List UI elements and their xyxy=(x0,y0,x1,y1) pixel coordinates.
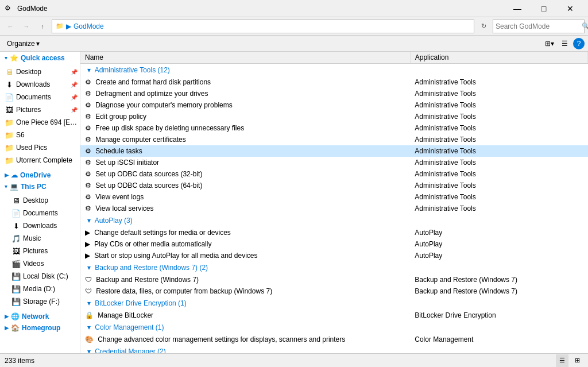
sidebar-item-label: Local Disk (C:) xyxy=(23,272,68,280)
sidebar-item-usedpics[interactable]: 📁 Used Pics xyxy=(0,141,80,154)
sidebar-item-storage[interactable]: 💾 Storage (F:) xyxy=(0,295,80,308)
view-change-button[interactable]: ⊞▾ xyxy=(543,37,556,50)
table-row[interactable]: 🔒 Manage BitLocker BitLocker Drive Encry… xyxy=(80,310,588,321)
table-row[interactable]: 🛡 Backup and Restore (Windows 7) Backup … xyxy=(80,274,588,285)
list-view-button[interactable]: ☰ xyxy=(556,354,568,367)
maximize-button[interactable]: □ xyxy=(531,0,557,17)
sidebar-item-videos-pc[interactable]: 🎬 Videos xyxy=(0,257,80,270)
sidebar-item-documents-qa[interactable]: 📄 Documents 📌 xyxy=(0,91,80,103)
sidebar-item-downloads-qa[interactable]: ⬇ Downloads 📌 xyxy=(0,78,80,91)
file-icon: 🎨 xyxy=(85,335,94,343)
sidebar-item-localdisk[interactable]: 💾 Local Disk (C:) xyxy=(0,270,80,283)
pane-button[interactable]: ☰ xyxy=(558,37,571,50)
table-row[interactable]: ⚙ Diagnose your computer's memory proble… xyxy=(80,99,588,111)
back-button[interactable]: ← xyxy=(3,20,17,33)
sidebar-item-label: Storage (F:) xyxy=(23,298,60,306)
forward-button[interactable]: → xyxy=(20,20,33,33)
section-header-row: ▾ Backup and Restore (Windows 7) (2) xyxy=(80,261,588,274)
sidebar-item-pictures-pc[interactable]: 🖼 Pictures xyxy=(0,245,80,257)
quick-access-header[interactable]: ▾ ⭐ Quick access xyxy=(0,52,80,63)
section-header[interactable]: ▾ BitLocker Drive Encryption (1) xyxy=(83,297,191,310)
file-app: Administrative Tools xyxy=(415,147,476,155)
sidebar-item-utorrent[interactable]: 📁 Utorrent Complete xyxy=(0,154,80,167)
minimize-button[interactable]: — xyxy=(504,0,531,17)
homegroup-header[interactable]: ▶ 🏠 Homegroup xyxy=(0,322,80,333)
organize-button[interactable]: Organize ▾ xyxy=(3,37,43,50)
table-row[interactable]: ▶ Start or stop using AutoPlay for all m… xyxy=(80,250,588,261)
file-name: Play CDs or other media automatically xyxy=(94,240,211,248)
sidebar-item-label: S6 xyxy=(16,131,25,139)
table-row[interactable]: ⚙ Defragment and optimize your drives Ad… xyxy=(80,88,588,99)
sidebar-item-desktop-qa[interactable]: 🖥 Desktop 📌 xyxy=(0,65,80,78)
sidebar-item-s6[interactable]: 📁 S6 xyxy=(0,129,80,141)
sidebar-item-documents-pc[interactable]: 📄 Documents xyxy=(0,207,80,219)
file-name-cell: ⚙ Set up ODBC data sources (64-bit) xyxy=(80,180,410,191)
file-app: Administrative Tools xyxy=(415,113,476,121)
table-row[interactable]: ⚙ Set up ODBC data sources (64-bit) Admi… xyxy=(80,180,588,191)
table-row[interactable]: ⚙ Set up ODBC data sources (32-bit) Admi… xyxy=(80,168,588,180)
section-header[interactable]: ▾ Backup and Restore (Windows 7) (2) xyxy=(83,261,212,274)
sidebar-item-media[interactable]: 💾 Media (D:) xyxy=(0,283,80,295)
table-row[interactable]: ⚙ Create and format hard disk partitions… xyxy=(80,76,588,88)
sidebar-item-music-pc[interactable]: 🎵 Music xyxy=(0,232,80,245)
table-row[interactable]: 🛡 Restore data, files, or computer from … xyxy=(80,285,588,297)
address-bar: ← → ↑ 📁 ▶ GodMode ↻ 🔍 xyxy=(0,17,588,36)
file-icon: ⚙ xyxy=(85,101,91,109)
sidebar-item-label: Media (D:) xyxy=(23,285,55,293)
file-app-cell: Administrative Tools xyxy=(410,145,587,157)
search-input[interactable] xyxy=(496,22,582,30)
homegroup-icon: 🏠 xyxy=(11,324,20,332)
sidebar-item-downloads-pc[interactable]: ⬇ Downloads xyxy=(0,219,80,232)
title-bar-controls: — □ ✕ xyxy=(504,0,583,17)
section-header[interactable]: ▾ Administrative Tools (12) xyxy=(83,64,175,76)
column-app-header[interactable]: Application xyxy=(410,52,587,64)
table-row[interactable]: ▶ Change default settings for media or d… xyxy=(80,227,588,238)
file-app: AutoPlay xyxy=(415,240,442,248)
sidebar-item-label: One Piece 694 [EnG xyxy=(16,118,78,126)
sidebar-item-label: Desktop xyxy=(23,196,48,204)
table-row[interactable]: ⚙ View local services Administrative Too… xyxy=(80,203,588,214)
column-name-header[interactable]: Name xyxy=(80,52,410,64)
up-button[interactable]: ↑ xyxy=(36,20,49,33)
status-bar: 233 items ☰ ⊞ xyxy=(0,353,588,367)
this-pc-header[interactable]: ▾ 💻 This PC xyxy=(0,180,80,192)
onedrive-header[interactable]: ▶ ☁ OneDrive xyxy=(0,169,80,180)
file-name: Manage BitLocker xyxy=(98,311,153,319)
section-header[interactable]: ▾ Color Management (1) xyxy=(83,321,168,334)
table-row[interactable]: ⚙ Set up iSCSI initiator Administrative … xyxy=(80,157,588,168)
file-app-cell: Backup and Restore (Windows 7) xyxy=(410,274,587,285)
table-row[interactable]: 🎨 Change advanced color management setti… xyxy=(80,334,588,345)
table-row[interactable]: ⚙ Edit group policy Administrative Tools xyxy=(80,111,588,122)
section-header-row: ▾ Color Management (1) xyxy=(80,321,588,334)
file-icon: 🛡 xyxy=(85,276,92,284)
sidebar-item-onepice[interactable]: 📁 One Piece 694 [EnG xyxy=(0,116,80,129)
table-row[interactable]: ⚙ Manage computer certificates Administr… xyxy=(80,134,588,145)
table-row[interactable]: ⚙ View event logs Administrative Tools xyxy=(80,191,588,203)
close-button[interactable]: ✕ xyxy=(557,0,583,17)
sidebar-item-desktop-pc[interactable]: 🖥 Desktop xyxy=(0,194,80,207)
file-name-cell: 🎨 Change advanced color management setti… xyxy=(80,334,410,345)
grid-view-icon: ⊞ xyxy=(575,357,580,364)
file-icon: ▶ xyxy=(85,252,90,260)
file-name-cell: ⚙ View local services xyxy=(80,203,410,214)
pin-icon: 📌 xyxy=(71,94,78,101)
section-header[interactable]: ▾ AutoPlay (3) xyxy=(83,214,137,227)
network-header[interactable]: ▶ 🌐 Network xyxy=(0,310,80,322)
help-button[interactable]: ? xyxy=(573,38,585,49)
table-row[interactable]: ▶ Play CDs or other media automatically … xyxy=(80,238,588,250)
drive-icon: 💾 xyxy=(11,272,21,281)
file-name: Change default settings for media or dev… xyxy=(94,229,230,237)
section-collapse-icon: ▾ xyxy=(87,66,91,74)
file-icon: ⚙ xyxy=(85,136,91,144)
address-path[interactable]: 📁 ▶ GodMode xyxy=(52,20,474,33)
table-row[interactable]: ⚙ Free up disk space by deleting unneces… xyxy=(80,122,588,134)
quick-access-items: 🖥 Desktop 📌 ⬇ Downloads 📌 📄 Documents 📌 … xyxy=(0,63,80,169)
file-name: Edit group policy xyxy=(95,113,146,121)
quick-access-icon: ⭐ xyxy=(10,54,18,62)
grid-view-button[interactable]: ⊞ xyxy=(571,354,583,367)
refresh-button[interactable]: ↻ xyxy=(477,20,490,33)
table-row[interactable]: ⚙ Schedule tasks Administrative Tools xyxy=(80,145,588,157)
onedrive-icon: ☁ xyxy=(11,171,18,179)
section-header[interactable]: ▾ Credential Manager (2) xyxy=(83,345,171,353)
sidebar-item-pictures-qa[interactable]: 🖼 Pictures 📌 xyxy=(0,103,80,116)
